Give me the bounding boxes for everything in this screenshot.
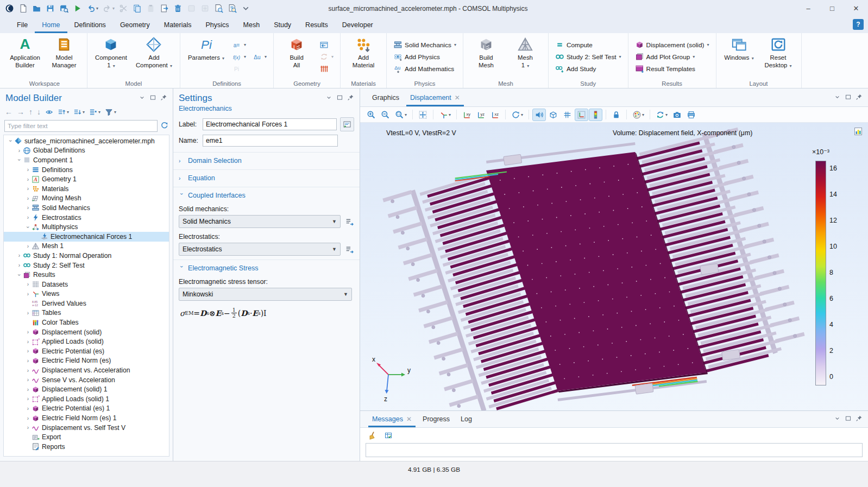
tree-item-displacement-vs-self-test-v[interactable]: ›Displacement vs. Self Test V [4, 423, 169, 433]
import-geometry-button[interactable] [317, 39, 336, 50]
panel-menu-button[interactable] [834, 93, 841, 102]
section-coupled-interfaces[interactable]: › Coupled Interfaces [173, 187, 360, 200]
go-to-source-button[interactable] [345, 217, 354, 226]
messages-tab-progress[interactable]: Progress [417, 411, 455, 427]
go-to-source-button[interactable] [345, 245, 354, 254]
expander-icon[interactable]: › [24, 205, 32, 211]
show-hide-nodes-button[interactable] [45, 107, 54, 117]
undo-button[interactable]: ▾ [85, 3, 100, 14]
expander-icon[interactable]: › [25, 224, 31, 231]
rebuild-button[interactable]: ▾ [317, 51, 336, 62]
tree-item-global-definitions[interactable]: ›Global Definitions [4, 146, 169, 156]
disabled-tool-1-button[interactable] [185, 3, 198, 14]
go-back-button[interactable]: ← [4, 107, 13, 117]
disabled-tool-2-button[interactable] [199, 3, 211, 14]
graphics-tab-displacement[interactable]: Displacement✕ [405, 88, 466, 106]
menu-study[interactable]: Study [267, 17, 298, 33]
functions-button[interactable]: f(x)▾ [229, 51, 249, 62]
menu-definitions[interactable]: Definitions [67, 17, 113, 33]
windows-button[interactable]: Windows ▾ [720, 35, 758, 79]
tree-item-applied-loads-solid-1[interactable]: ›*Applied Loads (solid) 1 [4, 394, 169, 404]
compute-button[interactable]: Compute [552, 39, 624, 50]
parameter-case-button[interactable]: Pi [229, 63, 249, 74]
tree-item-export[interactable]: Export [4, 432, 169, 442]
expander-icon[interactable]: › [24, 368, 32, 374]
menu-file[interactable]: File [10, 17, 35, 33]
model-manager-button[interactable]: Model Manager [45, 35, 83, 79]
delete-button[interactable] [172, 3, 184, 14]
expander-icon[interactable]: › [24, 396, 32, 402]
tree-filter-input[interactable] [4, 120, 158, 132]
close-button[interactable]: ✕ [844, 0, 868, 17]
new-file-button[interactable] [17, 3, 29, 14]
panel-pin-button[interactable] [856, 415, 863, 423]
table-settings-button[interactable] [382, 429, 395, 441]
panel-pin-button[interactable] [160, 94, 167, 103]
preview-doc-2-button[interactable] [226, 3, 238, 14]
maximize-button[interactable]: □ [820, 0, 844, 17]
expander-icon[interactable]: › [24, 310, 32, 316]
copy-button[interactable] [131, 3, 143, 14]
tree-item-color-tables[interactable]: Color Tables [4, 318, 169, 327]
show-axis-orientation-button[interactable] [575, 109, 588, 121]
rotate-view-button[interactable]: ▾ [509, 109, 525, 121]
menu-mesh[interactable]: Mesh [236, 17, 267, 33]
tree-item-results[interactable]: ›Results [4, 270, 169, 280]
save-preview-button[interactable] [58, 3, 70, 14]
rename-button[interactable] [340, 117, 354, 131]
tree-item-views[interactable]: ›Views [4, 289, 169, 299]
expander-icon[interactable]: › [16, 156, 22, 163]
virtual-operations-button[interactable] [317, 63, 336, 74]
tree-item-electric-field-norm-es[interactable]: ›Electric Field Norm (es) [4, 356, 169, 366]
panel-pin-button[interactable] [856, 93, 863, 102]
parameters-button[interactable]: PiParameters ▾ [184, 35, 228, 79]
zoom-extents-button[interactable] [416, 109, 430, 121]
add-study-button[interactable]: Add Study [552, 63, 624, 74]
panel-menu-button[interactable] [325, 94, 332, 103]
panel-pin-button[interactable] [347, 94, 354, 103]
expander-icon[interactable]: › [24, 415, 32, 421]
add-component-button[interactable]: Add Component ▾ [132, 35, 176, 79]
tree-item-multiphysics[interactable]: ›Multiphysics [4, 222, 169, 232]
graphics-tab-graphics[interactable]: Graphics [367, 88, 405, 106]
tree-item-electric-potential-es[interactable]: ›Electric Potential (es) [4, 346, 169, 356]
tree-item-surface-micromachined-accelerometer-mph[interactable]: ›surface_micromachined_accelerometer.mph [4, 136, 169, 146]
section-domain-selection[interactable]: › Domain Selection [173, 152, 360, 166]
tree-item-displacement-vs-acceleration[interactable]: ›Displacement vs. Acceleration [4, 365, 169, 375]
cut-button[interactable] [117, 3, 130, 14]
expander-icon[interactable]: › [24, 167, 32, 173]
reset-desktop-button[interactable]: Reset Desktop ▾ [759, 35, 797, 79]
tree-item-solid-mechanics[interactable]: ›Solid Mechanics [4, 203, 169, 213]
expander-icon[interactable]: › [24, 339, 32, 345]
tree-item-component-1[interactable]: ›Component 1 [4, 155, 169, 165]
expander-icon[interactable]: › [24, 425, 32, 431]
add-material-button[interactable]: Add Material [344, 35, 382, 79]
menu-geometry[interactable]: Geometry [113, 17, 157, 33]
variables-button[interactable]: a=▾ [229, 39, 249, 50]
panel-menu-button[interactable] [139, 94, 146, 103]
tree-item-study-1-normal-operation[interactable]: ›Study 1: Normal Operation [4, 251, 169, 261]
component-1-button[interactable]: Component 1 ▾ [91, 35, 131, 79]
show-color-legend-button[interactable] [589, 109, 602, 121]
go-forward-button[interactable]: → [16, 107, 25, 117]
help-button[interactable]: ? [853, 19, 864, 30]
study-2-self-test-button[interactable]: Study 2: Self Test▾ [552, 51, 624, 62]
view-lock-button[interactable] [609, 109, 623, 121]
expander-icon[interactable]: › [16, 271, 22, 279]
menu-materials[interactable]: Materials [157, 17, 199, 33]
move-up-button[interactable]: ↑ [28, 107, 33, 117]
close-icon[interactable]: ✕ [455, 94, 460, 102]
filter-nodes-button[interactable]: ▾ [104, 107, 117, 117]
section-equation[interactable]: › Equation [173, 169, 360, 183]
expander-icon[interactable]: › [24, 243, 32, 249]
tree-item-displacement-solid-1[interactable]: ›Displacement (solid) 1 [4, 384, 169, 394]
mesh-1-button[interactable]: Mesh 1 ▾ [506, 35, 544, 79]
save-button[interactable] [44, 3, 56, 14]
tree-item-electric-potential-es-1[interactable]: ›Electric Potential (es) 1 [4, 404, 169, 414]
tree-item-electromechanical-forces-1[interactable]: Electromechanical Forces 1 [4, 232, 169, 242]
expander-icon[interactable]: › [24, 291, 32, 297]
add-physics-button[interactable]: Add Physics [391, 51, 459, 62]
graphics-viewport[interactable]: VtestL=0 V, VtestR=2 V Volume: Displacem… [360, 123, 868, 410]
tree-item-geometry-1[interactable]: ›AGeometry 1 [4, 174, 169, 184]
zoom-out-button[interactable] [379, 109, 392, 121]
